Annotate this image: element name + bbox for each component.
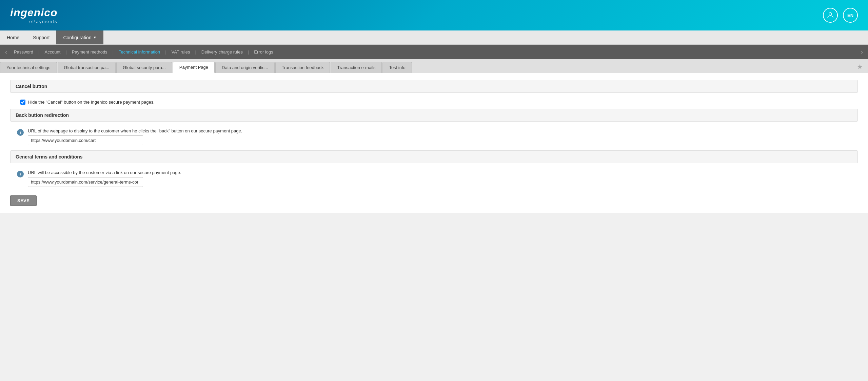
sec-nav-password[interactable]: Password: [9, 45, 38, 59]
user-avatar-button[interactable]: [823, 8, 838, 23]
tab-transaction-emails[interactable]: Transaction e-mails: [331, 62, 382, 73]
back-button-url-input[interactable]: [28, 135, 143, 145]
save-button[interactable]: SAVE: [10, 195, 37, 206]
tab-test-info[interactable]: Test info: [382, 62, 412, 73]
favorite-star-icon[interactable]: ★: [857, 63, 868, 73]
sec-nav-technical-information[interactable]: Technical information: [114, 45, 165, 59]
back-button-section-title: Back button redirection: [16, 112, 69, 118]
nav-left-arrow[interactable]: ‹: [3, 48, 9, 56]
hide-cancel-button-checkbox[interactable]: [20, 100, 25, 105]
back-button-info-icon: i: [17, 129, 24, 136]
sec-nav-items: Password | Account | Payment methods | T…: [9, 45, 859, 59]
back-button-url-label: URL of the webpage to display to the cus…: [28, 128, 242, 133]
svg-point-0: [829, 13, 832, 15]
tab-payment-page[interactable]: Payment Page: [173, 62, 215, 73]
nav-configuration[interactable]: Configuration ▼: [56, 30, 103, 44]
terms-url-input[interactable]: [28, 177, 143, 187]
back-button-section: Back button redirection: [10, 109, 858, 122]
cancel-button-section: Cancel button: [10, 80, 858, 93]
sec-nav-delivery-charge-rules[interactable]: Delivery charge rules: [196, 45, 248, 59]
tab-bar: Your technical settings Global transacti…: [0, 59, 868, 73]
tab-transaction-feedback[interactable]: Transaction feedback: [275, 62, 330, 73]
tab-global-security-para[interactable]: Global security para...: [116, 62, 172, 73]
sec-nav-account[interactable]: Account: [39, 45, 65, 59]
sec-nav-vat-rules[interactable]: VAT rules: [166, 45, 195, 59]
terms-url-label: URL will be accessible by the customer v…: [28, 170, 181, 175]
nav-home[interactable]: Home: [0, 30, 26, 44]
hide-cancel-button-label: Hide the "Cancel" button on the Ingenico…: [28, 100, 155, 105]
terms-field-group: URL will be accessible by the customer v…: [28, 170, 181, 187]
sec-nav-payment-methods[interactable]: Payment methods: [67, 45, 113, 59]
header: ingenico ePayments EN: [0, 0, 868, 30]
logo-area: ingenico ePayments: [10, 6, 58, 24]
secondary-nav: ‹ Password | Account | Payment methods |…: [0, 45, 868, 59]
terms-form-row: i URL will be accessible by the customer…: [10, 170, 858, 187]
tab-global-transaction-pa[interactable]: Global transaction pa...: [58, 62, 116, 73]
back-button-form-row: i URL of the webpage to display to the c…: [10, 128, 858, 145]
terms-section: General terms and conditions: [10, 150, 858, 163]
tab-your-technical-settings[interactable]: Your technical settings: [0, 62, 57, 73]
tab-data-origin-verific[interactable]: Data and origin verific...: [215, 62, 275, 73]
back-button-field-group: URL of the webpage to display to the cus…: [28, 128, 242, 145]
nav-support[interactable]: Support: [26, 30, 56, 44]
terms-section-title: General terms and conditions: [16, 154, 83, 160]
logo-ingenico: ingenico: [10, 6, 58, 19]
top-nav: Home Support Configuration ▼: [0, 30, 868, 45]
cancel-button-checkbox-row: Hide the "Cancel" button on the Ingenico…: [20, 100, 858, 105]
logo-epayments: ePayments: [10, 19, 58, 24]
terms-info-icon: i: [17, 171, 24, 177]
main-content: Cancel button Hide the "Cancel" button o…: [0, 73, 868, 213]
configuration-dropdown-arrow: ▼: [93, 36, 97, 39]
sec-nav-error-logs[interactable]: Error logs: [249, 45, 278, 59]
language-selector[interactable]: EN: [843, 8, 858, 23]
cancel-button-section-title: Cancel button: [16, 84, 47, 89]
nav-right-arrow[interactable]: ›: [859, 48, 865, 56]
header-right: EN: [823, 8, 858, 23]
